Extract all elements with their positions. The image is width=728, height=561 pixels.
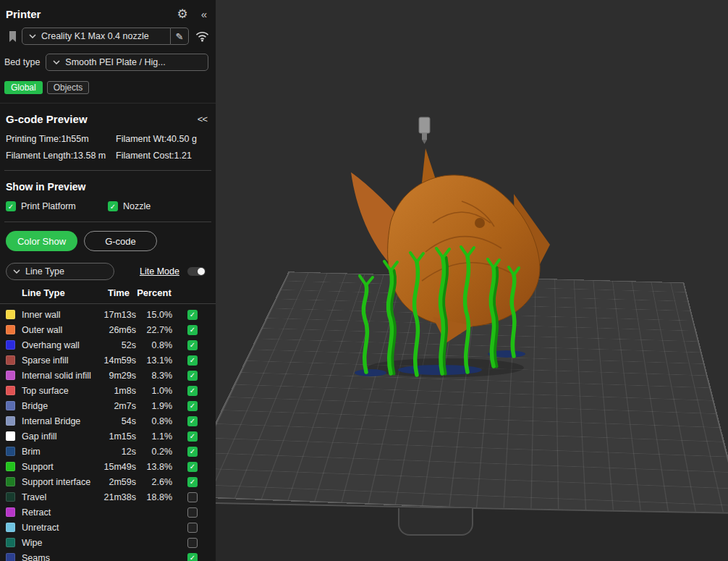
line-type-row[interactable]: Unretract [0, 520, 216, 535]
line-type-color-swatch [6, 553, 15, 561]
print-platform-option[interactable]: ✓ Print Platform [6, 201, 108, 211]
nozzle-checkbox-icon[interactable]: ✓ [108, 201, 118, 211]
line-type-visibility-checkbox[interactable]: ✓ [187, 355, 198, 366]
line-type-visibility-checkbox[interactable]: ✓ [187, 431, 198, 442]
bed-handle [398, 508, 473, 536]
line-type-color-swatch [6, 386, 15, 395]
line-type-color-swatch [6, 523, 15, 532]
filament-weight-stat: Filament Wt:40.50 g [116, 134, 211, 144]
line-type-row[interactable]: Gap infill 1m15s 1.1% ✓ [0, 429, 216, 444]
line-type-visibility-checkbox[interactable]: ✓ [187, 462, 198, 472]
line-type-percent: 2.6% [136, 477, 172, 487]
printer-select[interactable]: Creality K1 Max 0.4 nozzle [22, 28, 171, 45]
viewport-3d[interactable] [216, 0, 728, 561]
printer-bookmark-icon[interactable] [6, 30, 19, 43]
sidebar-collapse-icon[interactable]: « [201, 9, 207, 20]
line-type-visibility-checkbox[interactable] [187, 538, 198, 548]
scope-tabs: Global Objects [0, 75, 216, 103]
line-type-visibility-checkbox[interactable]: ✓ [187, 386, 198, 396]
line-type-select-value: Line Type [25, 266, 64, 277]
line-type-visibility-checkbox[interactable] [187, 507, 198, 518]
line-type-visibility-checkbox[interactable]: ✓ [187, 447, 198, 457]
line-type-color-swatch [6, 401, 15, 410]
gcode-button[interactable]: G-code [84, 231, 157, 251]
line-type-label: Inner wall [22, 310, 101, 320]
line-type-percent: 22.7% [136, 325, 172, 335]
line-type-row[interactable]: Outer wall 26m6s 22.7% ✓ [0, 322, 216, 337]
bed-type-value: Smooth PEI Plate / Hig... [65, 57, 165, 67]
line-type-percent: 15.0% [136, 310, 172, 320]
line-type-visibility-checkbox[interactable] [187, 492, 198, 502]
line-type-time: 15m49s [101, 462, 136, 472]
nozzle-option[interactable]: ✓ Nozzle [108, 201, 210, 211]
nozzle-indicator [419, 117, 430, 144]
line-type-row[interactable]: Internal Bridge 54s 0.8% ✓ [0, 413, 216, 429]
bed-type-label: Bed type [4, 57, 40, 67]
preview-collapse-icon[interactable]: << [198, 114, 207, 125]
line-type-row[interactable]: Inner wall 17m13s 15.0% ✓ [0, 307, 216, 322]
line-type-row[interactable]: Wipe [0, 535, 216, 550]
line-type-visibility-checkbox[interactable]: ✓ [187, 310, 198, 320]
view-mode-buttons: Color Show G-code [0, 222, 216, 255]
line-type-time: 14m59s [101, 355, 136, 366]
line-type-percent: 18.8% [136, 492, 172, 502]
line-type-label: Top surface [22, 386, 101, 396]
line-type-row[interactable]: Internal solid infill 9m29s 8.3% ✓ [0, 368, 216, 383]
line-type-row[interactable]: Overhang wall 52s 0.8% ✓ [0, 337, 216, 353]
printer-select-row: Creality K1 Max 0.4 nozzle ✎ [0, 25, 216, 48]
line-type-row[interactable]: Bridge 2m7s 1.9% ✓ [0, 398, 216, 413]
nozzle-label: Nozzle [123, 201, 151, 211]
line-type-table-header: Line Type Time Percent [0, 284, 216, 304]
line-type-time: 9m29s [101, 371, 136, 381]
line-type-visibility-checkbox[interactable]: ✓ [187, 371, 198, 381]
line-type-time: 26m6s [101, 325, 136, 335]
gcode-model-preview[interactable] [324, 107, 570, 386]
line-type-row[interactable]: Brim 12s 0.2% ✓ [0, 444, 216, 459]
bed-type-select[interactable]: Smooth PEI Plate / Hig... [46, 54, 208, 71]
line-type-time: 17m13s [101, 310, 136, 320]
line-type-select[interactable]: Line Type [6, 263, 114, 280]
line-type-visibility-checkbox[interactable]: ✓ [187, 325, 198, 335]
line-type-visibility-checkbox[interactable] [187, 523, 198, 533]
gcode-preview-header: G-code Preview << [0, 104, 216, 127]
line-type-time: 52s [101, 340, 136, 350]
line-type-label: Wipe [22, 538, 101, 548]
line-type-color-swatch [6, 477, 15, 486]
line-type-time: 2m59s [101, 477, 136, 487]
line-type-color-swatch [6, 431, 15, 441]
line-type-row[interactable]: Travel 21m38s 18.8% [0, 489, 216, 505]
line-type-row[interactable]: Retract [0, 505, 216, 520]
line-type-visibility-checkbox[interactable]: ✓ [187, 401, 198, 411]
line-type-row[interactable]: Top surface 1m8s 1.0% ✓ [0, 383, 216, 398]
line-type-color-swatch [6, 310, 15, 319]
lite-mode-toggle[interactable] [187, 266, 206, 277]
line-type-label: Bridge [22, 401, 101, 411]
line-type-visibility-checkbox[interactable]: ✓ [187, 340, 198, 350]
fish-eye [475, 218, 485, 228]
line-type-label: Unretract [22, 523, 101, 533]
line-type-label: Brim [22, 447, 101, 457]
print-stats: Printing Time:1h55m Filament Wt:40.50 g … [0, 127, 216, 170]
line-type-visibility-checkbox[interactable]: ✓ [187, 416, 198, 426]
line-type-percent: 0.8% [136, 416, 172, 426]
line-type-visibility-checkbox[interactable]: ✓ [187, 477, 198, 487]
printer-settings-gear-icon[interactable]: ⚙ [177, 8, 187, 20]
print-platform-checkbox-icon[interactable]: ✓ [6, 201, 16, 211]
edit-printer-button[interactable]: ✎ [171, 28, 189, 45]
line-type-visibility-checkbox[interactable]: ✓ [187, 553, 198, 561]
color-show-button[interactable]: Color Show [6, 231, 77, 251]
line-type-row[interactable]: Sparse infill 14m59s 13.1% ✓ [0, 353, 216, 368]
wifi-icon[interactable] [195, 31, 209, 42]
line-type-row[interactable]: Support 15m49s 13.8% ✓ [0, 459, 216, 474]
line-type-row[interactable]: Support interface 2m59s 2.6% ✓ [0, 474, 216, 489]
line-type-percent: 0.2% [136, 447, 172, 457]
tab-objects[interactable]: Objects [47, 81, 90, 94]
line-type-row[interactable]: Seams ✓ [0, 550, 216, 561]
chevron-down-icon [29, 34, 36, 38]
line-type-time: 1m15s [101, 431, 136, 442]
line-type-color-swatch [6, 507, 15, 517]
line-type-color-swatch [6, 538, 15, 547]
line-type-time: 54s [101, 416, 136, 426]
line-type-rows: Inner wall 17m13s 15.0% ✓ Outer wall 26m… [0, 304, 216, 561]
tab-global[interactable]: Global [4, 81, 43, 94]
